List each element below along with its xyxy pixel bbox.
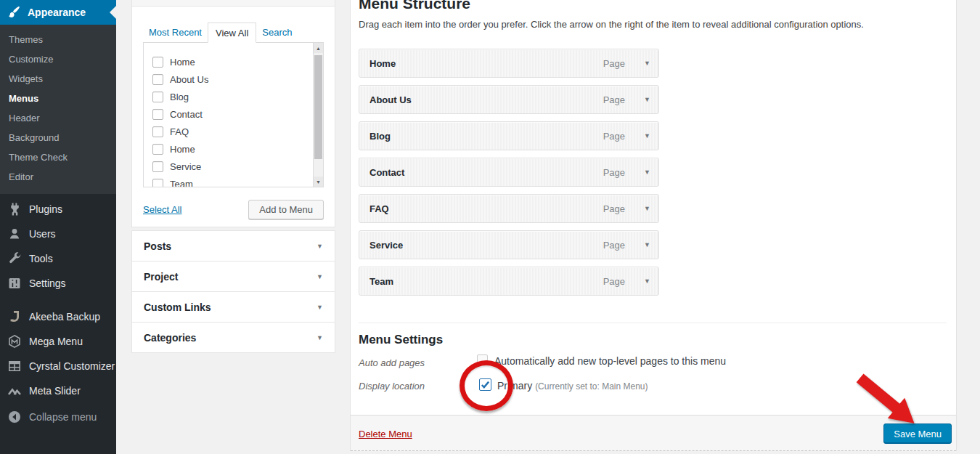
- select-all-link[interactable]: Select All: [143, 204, 181, 215]
- page-check-item: Home: [152, 53, 323, 70]
- sidebar-item-collapse-menu[interactable]: Collapse menu: [0, 405, 116, 429]
- sidebar-item-settings[interactable]: Settings: [0, 271, 116, 296]
- auto-add-pages-text[interactable]: Automatically add new top-level pages to…: [494, 355, 726, 367]
- collapse-arrow-icon: [7, 410, 22, 424]
- sidebar-item-mega-menu[interactable]: Mega Menu: [0, 329, 116, 354]
- chevron-down-icon: ▼: [317, 243, 323, 250]
- auto-add-pages-label: Auto add pages: [359, 357, 425, 368]
- sidebar-item-cyrstal-customizer[interactable]: Cyrstal Customizer: [0, 354, 116, 378]
- checkbox[interactable]: [152, 57, 163, 68]
- menu-item-team[interactable]: Team Page ▼: [359, 267, 659, 296]
- scrollbar: ▲ ▼: [313, 43, 323, 187]
- pages-accordion-cut: [131, 0, 335, 7]
- checkbox[interactable]: [152, 179, 163, 188]
- accordion-categories[interactable]: Categories ▼: [131, 322, 335, 353]
- menu-item-service[interactable]: Service Page ▼: [359, 230, 659, 259]
- checkbox[interactable]: [152, 126, 163, 137]
- submenu-item-menus[interactable]: Menus: [0, 89, 116, 108]
- submenu-item-header[interactable]: Header: [0, 108, 116, 128]
- menu-items-list: Home Page ▼ About Us Page ▼ Blog Page ▼: [359, 49, 659, 303]
- submenu-item-themes[interactable]: Themes: [0, 30, 116, 49]
- item-type-label: Page: [603, 58, 625, 69]
- sidebar-item-users[interactable]: Users: [0, 222, 116, 246]
- chevron-down-icon[interactable]: ▼: [644, 205, 650, 212]
- accordion-custom-links[interactable]: Custom Links ▼: [131, 291, 335, 323]
- page-check-item: Blog: [152, 88, 323, 105]
- checkmark-icon: [481, 380, 490, 389]
- checkbox[interactable]: [152, 109, 163, 120]
- menu-item-contact[interactable]: Contact Page ▼: [359, 158, 659, 187]
- item-type-label: Page: [603, 131, 625, 142]
- primary-location-text[interactable]: Primary (Currently set to: Main Menu): [497, 380, 648, 392]
- checkbox[interactable]: [152, 161, 163, 172]
- checkbox[interactable]: [152, 74, 163, 85]
- admin-menu: Plugins Users Tools: [0, 197, 116, 429]
- akeeba-backup-icon: [7, 309, 22, 324]
- page-check-item: Contact: [152, 105, 323, 123]
- paintbrush-icon: [7, 5, 21, 20]
- menu-footer: Delete Menu Save Menu: [351, 415, 956, 451]
- table-grid-icon: [7, 359, 22, 373]
- menu-item-faq[interactable]: FAQ Page ▼: [359, 194, 659, 223]
- wordpress-menus-screen: Appearance Themes Customize Widgets Menu…: [0, 0, 980, 454]
- display-location-label: Display location: [359, 381, 425, 392]
- submenu-item-customize[interactable]: Customize: [0, 49, 116, 69]
- sidebar-item-tools[interactable]: Tools: [0, 246, 116, 271]
- mountains-icon: [7, 384, 22, 398]
- page-check-item: Team: [152, 175, 323, 187]
- scrollbar-thumb[interactable]: [314, 55, 322, 159]
- menu-structure-description: Drag each item into the order you prefer…: [359, 19, 864, 30]
- menu-structure-panel: Menu Structure Drag each item into the o…: [350, 0, 957, 451]
- sidebar-item-appearance[interactable]: Appearance: [0, 0, 116, 25]
- submenu-item-theme-check[interactable]: Theme Check: [0, 147, 116, 167]
- page-check-item: About Us: [152, 70, 323, 88]
- chevron-down-icon[interactable]: ▼: [644, 241, 650, 248]
- page-check-item: Home: [152, 140, 323, 158]
- checklist-actions: Select All Add to Menu: [143, 197, 324, 222]
- chevron-down-icon[interactable]: ▼: [644, 169, 650, 176]
- tab-most-recent[interactable]: Most Recent: [143, 23, 208, 42]
- scroll-up-icon[interactable]: ▲: [314, 43, 323, 53]
- page-check-item: Service: [152, 158, 323, 175]
- item-type-label: Page: [603, 240, 625, 251]
- checkbox[interactable]: [152, 92, 163, 102]
- submenu-item-editor[interactable]: Editor: [0, 167, 116, 187]
- user-icon: [7, 227, 22, 241]
- tab-search[interactable]: Search: [256, 23, 298, 42]
- chevron-down-icon[interactable]: ▼: [644, 277, 650, 285]
- settings-sliders-icon: [7, 276, 22, 291]
- auto-add-pages-checkbox[interactable]: [477, 354, 488, 365]
- scroll-down-icon[interactable]: ▼: [314, 177, 323, 187]
- sidebar-item-akeeba-backup[interactable]: Akeeba Backup: [0, 304, 116, 329]
- menu-item-blog[interactable]: Blog Page ▼: [359, 121, 659, 150]
- section-divider: [359, 323, 947, 323]
- appearance-submenu: Themes Customize Widgets Menus Header Ba…: [0, 25, 116, 194]
- accordion-posts[interactable]: Posts ▼: [131, 230, 335, 262]
- sidebar-item-plugins[interactable]: Plugins: [0, 197, 116, 222]
- pages-checklist: Home About Us Blog Contact FAQ Home Serv…: [143, 42, 324, 187]
- accordion-project[interactable]: Project ▼: [131, 261, 335, 292]
- chevron-down-icon[interactable]: ▼: [644, 132, 650, 139]
- add-menu-items-column: Most Recent View All Search Home About U…: [131, 0, 335, 454]
- pages-tabs: Most Recent View All Search: [143, 23, 298, 42]
- pages-metabox: Most Recent View All Search Home About U…: [131, 7, 335, 227]
- delete-menu-link[interactable]: Delete Menu: [359, 429, 412, 439]
- chevron-down-icon[interactable]: ▼: [644, 96, 650, 103]
- save-menu-button[interactable]: Save Menu: [883, 423, 952, 444]
- submenu-item-background[interactable]: Background: [0, 128, 116, 147]
- admin-sidebar: Appearance Themes Customize Widgets Menu…: [0, 0, 116, 454]
- tab-view-all[interactable]: View All: [208, 23, 256, 43]
- item-type-label: Page: [603, 167, 625, 178]
- chevron-down-icon: ▼: [317, 273, 323, 280]
- menu-item-home[interactable]: Home Page ▼: [359, 49, 659, 78]
- item-type-label: Page: [603, 276, 625, 287]
- menu-separator: [0, 296, 116, 304]
- item-type-label: Page: [603, 203, 625, 214]
- add-to-menu-button[interactable]: Add to Menu: [248, 200, 324, 219]
- checkbox[interactable]: [152, 144, 163, 155]
- menu-item-about-us[interactable]: About Us Page ▼: [359, 85, 659, 114]
- submenu-item-widgets[interactable]: Widgets: [0, 69, 116, 89]
- chevron-down-icon[interactable]: ▼: [644, 60, 650, 67]
- primary-location-checkbox[interactable]: [479, 378, 491, 391]
- sidebar-item-meta-slider[interactable]: Meta Slider: [0, 378, 116, 403]
